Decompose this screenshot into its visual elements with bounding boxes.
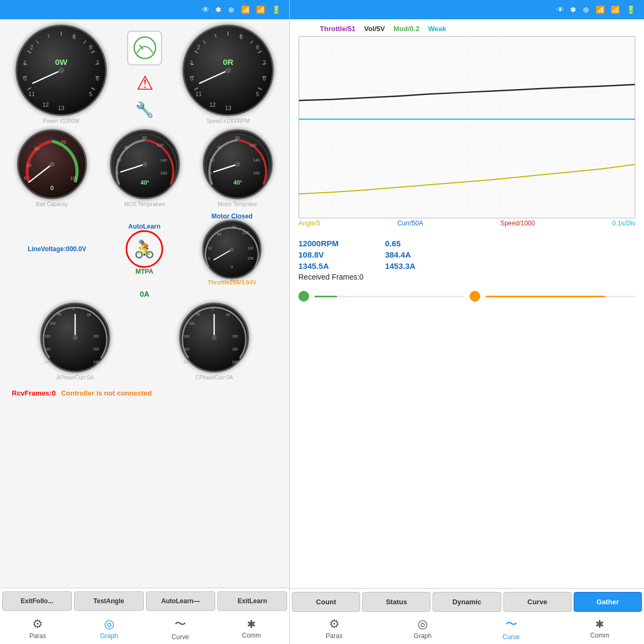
svg-text:6: 6 (263, 75, 266, 82)
svg-text:240: 240 (232, 360, 238, 364)
gauge-row-4: 180 160 160 180 100 0 50 50 240 240 (5, 303, 284, 380)
graph-label: Graph (100, 632, 118, 640)
auto-learn-block: AutoLearn 🚴 MTPA (126, 223, 163, 275)
curve-icon: 〜 (174, 616, 186, 632)
paras-label: Paras (30, 632, 46, 640)
cyclist-icon: 🚴 (126, 230, 163, 268)
auto-learn-button[interactable]: AutoLearn— (146, 591, 216, 611)
svg-text:140: 140 (160, 158, 167, 163)
svg-text:5: 5 (256, 91, 259, 97)
speed-gauge-label: Speed x1000RPM (206, 118, 250, 124)
right-nav-tabs: ⚙ Paras ◎ Graph 〜 Curve ✱ Comm (290, 614, 644, 644)
svg-line-27 (200, 70, 228, 83)
svg-text:160: 160 (232, 334, 238, 338)
svg-text:12: 12 (42, 101, 49, 108)
svg-line-45 (121, 164, 145, 172)
svg-point-14 (134, 37, 156, 58)
svg-text:40: 40 (124, 145, 128, 150)
svg-text:80: 80 (235, 135, 239, 140)
status-button[interactable]: Status (362, 592, 430, 612)
svg-text:40: 40 (217, 145, 221, 150)
mos-gauge-label: MOS Temprature (125, 201, 165, 207)
svg-text:70: 70 (61, 140, 66, 145)
motor-closed-title: Motor Closed (211, 213, 253, 220)
svg-line-35 (29, 164, 52, 182)
svg-point-66 (230, 247, 235, 252)
right-tab-curve[interactable]: 〜 Curve (467, 616, 555, 641)
legend-mod: Mod/0.2 (393, 25, 419, 33)
svg-text:128: 128 (243, 231, 248, 235)
left-slider-track[interactable] (314, 296, 464, 297)
svg-text:0: 0 (116, 171, 119, 175)
count-button[interactable]: Count (292, 592, 360, 612)
sliders-row (290, 287, 644, 306)
svg-text:192: 192 (248, 246, 254, 250)
svg-point-56 (235, 162, 240, 167)
right-graph-label: Graph (414, 632, 431, 640)
svg-text:180: 180 (184, 347, 189, 351)
svg-point-36 (49, 162, 55, 167)
svg-point-91 (211, 335, 217, 340)
svg-text:180: 180 (232, 347, 238, 351)
test-angle-button[interactable]: TestAngle (74, 591, 144, 611)
exit-learn-button[interactable]: ExitLearn (217, 591, 287, 611)
voltage-value: 108.8V (298, 250, 363, 259)
dynamic-button[interactable]: Dynamic (433, 592, 501, 612)
svg-text:160: 160 (93, 334, 99, 338)
svg-text:40°: 40° (141, 180, 149, 186)
green-slider-dot[interactable] (298, 291, 309, 302)
svg-line-65 (214, 250, 232, 260)
throttle-gauge: 32 0 192 256 64 96 128 0 (202, 220, 261, 279)
svg-text:7: 7 (263, 60, 266, 66)
left-nav-tabs: ⚙ Paras ◎ Graph 〜 Curve ✱ Comm (2, 614, 287, 641)
left-tab-graph[interactable]: ◎ Graph (74, 617, 145, 640)
speed-gauge-wrapper: 2 1 0 11 12 13 5 6 7 8 9 (182, 25, 274, 124)
left-tab-curve[interactable]: 〜 Curve (145, 616, 216, 641)
svg-text:30: 30 (34, 146, 39, 151)
motor-temp-gauge-wrapper: 20 0 160 140 40 80 120 40° (203, 129, 273, 207)
left-status-bar: 👁 ✱ ⊕ 📶 📶 🔋 (0, 0, 289, 19)
svg-text:120: 120 (156, 143, 163, 148)
chart-area (298, 36, 635, 218)
exit-follo-button[interactable]: ExitFollo... (2, 591, 72, 611)
left-status-icons: 👁 ✱ ⊕ 📶 📶 🔋 (202, 5, 281, 14)
curve-button[interactable]: Curve (503, 592, 572, 612)
svg-text:180: 180 (93, 347, 99, 351)
cphase-gauge-label: CPhaseCurr:0A (195, 375, 233, 380)
data-col-2: 0.65 384.4A 1453.3A (385, 239, 415, 281)
svg-text:0: 0 (208, 257, 210, 260)
info-row: LineVoltage:000.0V AutoLearn 🚴 MTPA Moto… (5, 213, 284, 286)
auto-learn-title: AutoLearn (128, 223, 160, 230)
svg-text:0: 0 (24, 175, 26, 181)
chart-legend: Throttle/51 Vol/5V Mod/0.2 Weak (298, 25, 635, 33)
aphase-gauge-wrapper: 180 160 160 180 100 0 50 50 240 240 (40, 303, 110, 380)
svg-text:32: 32 (208, 246, 213, 250)
svg-text:240: 240 (45, 360, 50, 364)
right-tab-comm[interactable]: ✱ Comm (555, 618, 644, 639)
left-tab-paras[interactable]: ⚙ Paras (2, 617, 74, 640)
svg-text:50: 50 (57, 312, 61, 316)
paras-icon: ⚙ (32, 617, 43, 631)
svg-text:50: 50 (196, 312, 201, 316)
svg-text:256: 256 (248, 257, 254, 260)
motor-temp-gauge: 20 0 160 140 40 80 120 40° (203, 129, 273, 199)
curve-label: Curve (172, 633, 189, 641)
speed-gauge-svg: 2 1 0 11 12 13 5 6 7 8 9 (184, 26, 272, 114)
right-tab-paras[interactable]: ⚙ Paras (290, 617, 378, 640)
gather-button[interactable]: Gather (574, 592, 642, 612)
right-comm-label: Comm (590, 632, 609, 639)
value-1453: 1453.3A (385, 261, 415, 270)
orange-slider-dot[interactable] (470, 291, 480, 302)
power-gauge-label: Power x1000W (43, 118, 79, 124)
right-panel: 👁 ✱ ⊕ 📶 📶 🔋 Throttle/51 Vol/5V Mod/0.2 W… (290, 0, 644, 644)
left-tab-comm[interactable]: ✱ Comm (216, 618, 287, 639)
data-values: 12000RPM 108.8V 1345.5A Received Frames:… (290, 233, 644, 287)
svg-text:0: 0 (24, 75, 27, 82)
right-tab-graph[interactable]: ◎ Graph (378, 617, 467, 640)
throttle-gauge-svg: 32 0 192 256 64 96 128 0 (204, 222, 260, 277)
svg-text:13: 13 (58, 105, 64, 111)
right-curve-label: Curve (502, 633, 519, 641)
right-slider-track[interactable] (486, 296, 635, 297)
motor-temp-gauge-svg: 20 0 160 140 40 80 120 40° (204, 131, 271, 197)
svg-text:20: 20 (116, 158, 121, 163)
